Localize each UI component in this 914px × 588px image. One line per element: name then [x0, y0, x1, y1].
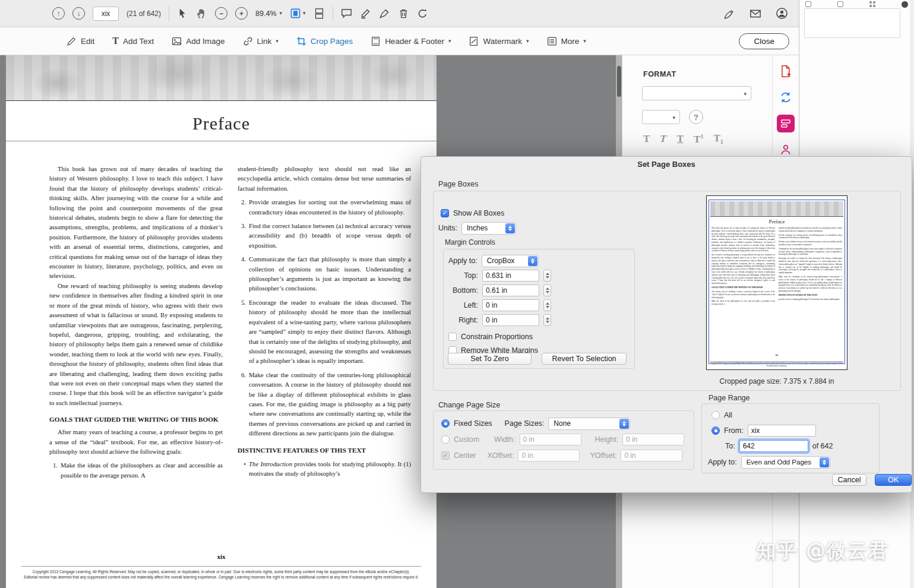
highlight-tool-button[interactable] [360, 8, 371, 19]
margin-top-input[interactable] [482, 270, 539, 282]
margin-bottom-stepper[interactable] [543, 284, 551, 296]
width-input[interactable] [520, 434, 581, 445]
select-tool-button[interactable] [177, 8, 188, 19]
link-tool[interactable]: Link▾ [243, 36, 279, 46]
site-watermark: 知乎 @微云君 [757, 538, 890, 564]
apply-to-dropdown[interactable]: CropBox [482, 255, 539, 267]
all-pages-radio[interactable] [711, 411, 720, 419]
toolbar-right-group [723, 7, 788, 20]
margin-top-stepper[interactable] [543, 270, 551, 282]
list-number: 2. [238, 197, 246, 217]
create-pdf-tool-button[interactable] [777, 62, 795, 80]
yoffset-input[interactable] [621, 450, 682, 461]
center-checkbox[interactable]: ✓ [441, 451, 450, 460]
units-row: Units: Inches [438, 222, 516, 235]
scroll-mode-button[interactable] [314, 8, 325, 19]
page-up-button[interactable]: ↑ [52, 7, 65, 20]
more-tool[interactable]: More▾ [547, 36, 586, 46]
paragraph: One reward of teaching philosophy is see… [49, 281, 223, 407]
fit-page-button[interactable]: ▾ [290, 8, 306, 19]
to-page-input[interactable] [739, 440, 808, 452]
apps-grid-icon[interactable] [869, 1, 875, 7]
add-text-tool[interactable]: TAdd Text [112, 36, 154, 46]
convert-tool-button[interactable] [777, 88, 795, 106]
margin-bottom-label: Bottom: [448, 286, 478, 295]
center-offset-row: ✓ Center XOffset: YOffset: [441, 449, 682, 462]
subscript-button[interactable]: T1 [713, 132, 723, 145]
zoom-in-button[interactable]: + [235, 7, 248, 20]
zoom-level-dropdown[interactable]: 89.4% ▾ [255, 10, 282, 18]
pdf-page[interactable]: Preface This book has grown out of many … [6, 55, 437, 588]
font-size-dropdown[interactable]: ▾ [642, 110, 680, 124]
image-icon [172, 36, 182, 46]
share-mail-button[interactable] [749, 8, 761, 20]
xoffset-input[interactable] [518, 450, 580, 461]
close-button[interactable]: Close [739, 33, 789, 49]
browser-avatar-icon[interactable] [902, 1, 908, 8]
margin-left-stepper[interactable] [543, 299, 551, 311]
chevron-down-icon: ▾ [672, 115, 675, 121]
page-down-button[interactable]: ↓ [72, 7, 85, 20]
preview-text: This book has grown out of many decades … [711, 227, 842, 349]
revert-to-selection-button[interactable]: Revert To Selection [542, 353, 627, 365]
zoom-out-button[interactable]: − [215, 7, 227, 20]
custom-radio[interactable] [441, 435, 450, 444]
page-folio: xix [6, 553, 437, 560]
cancel-button[interactable]: Cancel [832, 474, 866, 486]
from-radio[interactable] [711, 426, 720, 435]
plus-icon: + [239, 10, 243, 18]
organize-pages-tool-button[interactable] [777, 115, 795, 132]
chevron-down-icon: ▾ [303, 11, 306, 16]
height-input[interactable] [622, 434, 684, 445]
watermark-label: Watermark [483, 37, 522, 46]
scrollbar-thumb[interactable] [617, 66, 621, 97]
italic-text-button[interactable]: T [659, 133, 668, 145]
window-icon[interactable] [805, 1, 811, 7]
list-text: Make clear the continuity of the centuri… [249, 370, 411, 438]
edit-tool[interactable]: Edit [67, 36, 94, 46]
watermark-tool[interactable]: Watermark▾ [469, 36, 529, 46]
from-page-input[interactable] [748, 425, 816, 437]
copyright-notice: Copyright 2013 Cengage Learning. All Rig… [21, 566, 421, 580]
delete-page-button[interactable] [398, 8, 409, 19]
constrain-proportions-label: Constrain Proportions [461, 333, 533, 341]
range-apply-dropdown[interactable]: Even and Odd Pages [741, 456, 830, 469]
page-number-input[interactable] [93, 7, 119, 21]
extension-icon[interactable] [837, 1, 843, 7]
margin-right-input[interactable] [482, 314, 539, 326]
underline-text-button[interactable]: T [677, 133, 684, 145]
bold-text-button[interactable]: T [643, 133, 650, 145]
sign-tool-button[interactable] [723, 8, 735, 20]
margin-controls-label: Margin Controls [445, 238, 495, 246]
hand-tool-button[interactable] [196, 8, 207, 19]
preview-paragraph: Communicate the fact that philosophy is … [779, 248, 842, 256]
cropped-size-caption: Cropped page size: 7.375 x 7.884 in [688, 377, 866, 385]
page-sizes-dropdown[interactable]: None [548, 418, 630, 430]
units-dropdown[interactable]: Inches [461, 222, 516, 235]
fixed-sizes-radio[interactable] [441, 419, 450, 428]
undo-button[interactable] [417, 8, 428, 19]
crop-pages-tool[interactable]: Crop Pages [296, 36, 353, 46]
add-text-label: Add Text [123, 37, 154, 46]
add-image-tool[interactable]: Add Image [172, 36, 224, 46]
margin-bottom-input[interactable] [482, 284, 539, 296]
margin-left-input[interactable] [482, 299, 539, 311]
draw-tool-button[interactable] [379, 8, 390, 19]
font-family-dropdown[interactable]: ▾ [642, 86, 751, 100]
constrain-proportions-checkbox[interactable] [448, 333, 457, 341]
account-button[interactable] [776, 7, 788, 20]
custom-size-row: Custom Width: Height: [441, 433, 684, 446]
main-toolbar: ↑ ↓ (21 of 642) − + 89.4% ▾ ▾ [0, 0, 799, 27]
up-arrow-icon: ↑ [57, 10, 61, 18]
help-button[interactable]: ? [689, 110, 703, 124]
margin-right-stepper[interactable] [543, 314, 551, 326]
link-label: Link [257, 37, 272, 46]
show-all-boxes-checkbox[interactable]: ✓ [441, 209, 449, 217]
preview-paragraph: Provide strategies for sorting out the o… [779, 234, 842, 240]
superscript-button[interactable]: T1 [694, 133, 703, 146]
set-to-zero-button[interactable]: Set To Zero [448, 353, 532, 365]
comment-tool-button[interactable] [341, 8, 352, 19]
header-footer-tool[interactable]: Header & Footer▾ [371, 36, 451, 46]
edit-pdf-toolbar: Edit TAdd Text Add Image Link▾ Crop Page… [0, 27, 799, 55]
ok-button[interactable]: OK [875, 474, 912, 486]
